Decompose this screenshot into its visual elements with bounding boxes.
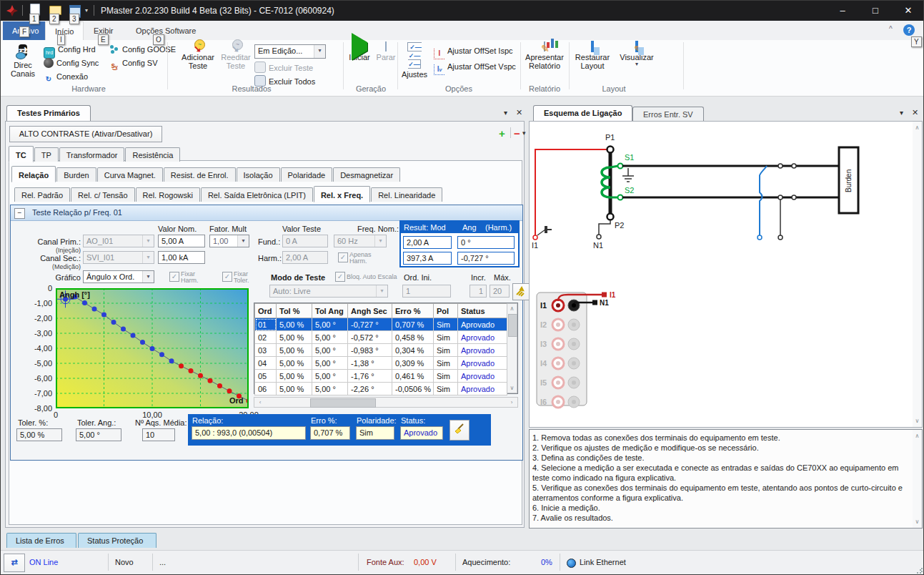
tab-tc[interactable]: TC — [9, 146, 34, 162]
chart-point[interactable] — [169, 358, 174, 363]
tab-rel-tensao[interactable]: Rel. c/ Tensão — [71, 187, 135, 202]
col-tol-ang[interactable]: Tol Ang — [312, 304, 348, 318]
minimize-button[interactable]: – — [826, 1, 859, 21]
tab-curva-magnet[interactable]: Curva Magnet. — [97, 167, 163, 182]
visualizar-button[interactable]: ✎ Visualizar ▾ — [615, 42, 659, 67]
chevron-down-icon[interactable]: ▾ — [522, 129, 526, 137]
restaurar-layout-button[interactable]: Restaurar Layout — [572, 42, 613, 70]
chart-point[interactable] — [82, 300, 87, 305]
tab-rel-rogowski[interactable]: Rel. Rogowski — [136, 187, 200, 202]
scroll-up-icon[interactable]: ∧ — [507, 304, 517, 313]
conexao-button[interactable]: Conexão — [44, 71, 88, 83]
tab-relacao[interactable]: Relação — [11, 166, 56, 182]
col-status[interactable]: Status — [458, 304, 507, 318]
chart-point[interactable] — [198, 373, 203, 378]
table-row[interactable]: 025,00 %5,00 °-0,572 °0,458 %SimAprovado — [255, 331, 507, 344]
alto-contraste-button[interactable]: ALTO CONTRASTE (Ativar/Desativar) — [9, 126, 162, 142]
tab-status-protecao[interactable]: Status Proteção — [78, 533, 157, 548]
tab-tp[interactable]: TP — [34, 147, 59, 162]
collapse-ribbon-icon[interactable]: ^ — [889, 25, 893, 33]
tab-transformador[interactable]: Transformador — [59, 147, 125, 162]
col-angh-sec[interactable]: Angh Sec — [348, 304, 392, 318]
panel-menu-icon[interactable]: ▾ — [900, 109, 903, 117]
tab-rel-x-freq[interactable]: Rel. x Freq. — [314, 186, 370, 202]
toler-field[interactable]: 5,00 % — [16, 428, 62, 441]
chart-point[interactable] — [159, 352, 164, 357]
instructions-vertical-scrollbar[interactable]: ∧ ∨ — [913, 430, 922, 528]
collapse-group-icon[interactable]: − — [14, 208, 25, 219]
test-state-select[interactable]: Em Edição... ▾ — [254, 44, 326, 59]
valor-nom-sec-field[interactable]: 1,00 kA — [158, 251, 205, 264]
ajustes-button[interactable]: ✓—✓—✓— Ajustes — [399, 42, 429, 79]
auto-fill-button[interactable] — [512, 283, 530, 300]
table-row[interactable]: 045,00 %5,00 °-1,38 °0,309 %SimAprovado — [255, 357, 507, 370]
valor-nom-prim-field[interactable]: 5,00 A — [158, 235, 205, 247]
direc-canais-button[interactable]: Direc Canais — [6, 42, 39, 78]
chart-point[interactable] — [227, 388, 232, 393]
ajustar-offset-ispc-button[interactable]: IAjustar OffSet Ispc — [434, 45, 513, 57]
ajustar-offset-vspc-button[interactable]: IvAjustar OffSet Vspc — [434, 61, 516, 73]
table-row[interactable]: 055,00 %5,00 °-1,76 °0,461 %SimAprovado — [255, 370, 507, 383]
remove-test-minus-icon[interactable]: − — [514, 127, 520, 139]
chart-point[interactable] — [140, 340, 145, 345]
col-ord[interactable]: Ord — [255, 304, 277, 318]
scroll-down-icon[interactable]: ∨ — [913, 517, 922, 526]
tab-rel-padrao[interactable]: Rel. Padrão — [14, 187, 70, 202]
canal-prim-select[interactable]: AO_I01▾ — [83, 235, 154, 247]
tab-desmagnetizar[interactable]: Desmagnetizar — [333, 167, 400, 182]
tab-resistencia[interactable]: Resistência — [125, 147, 180, 162]
config-goose-button[interactable]: Config GOOSE — [109, 44, 176, 56]
col-erro[interactable]: Erro % — [392, 304, 434, 318]
toler-ang-field[interactable]: 5,00 ° — [76, 428, 121, 441]
close-button[interactable]: ✕ — [892, 1, 924, 21]
add-test-plus-icon[interactable]: + — [499, 127, 505, 139]
panel-menu-icon[interactable]: ▾ — [504, 109, 507, 117]
chart-point[interactable] — [101, 313, 106, 318]
fixar-toler-checkbox[interactable]: ✓ — [222, 272, 232, 282]
panel-close-icon[interactable]: ✕ — [912, 108, 918, 117]
col-tol[interactable]: Tol % — [277, 304, 312, 318]
canal-sec-select[interactable]: SVI_I01▾ — [83, 251, 154, 264]
clear-results-button[interactable] — [449, 420, 470, 441]
panel-close-icon[interactable]: ✕ — [516, 108, 522, 117]
tab-burden[interactable]: Burden — [56, 167, 96, 182]
col-pol[interactable]: Pol — [434, 304, 458, 318]
tab-resist-enrol[interactable]: Resist. de Enrol. — [164, 167, 236, 182]
tab-isolacao[interactable]: Isolação — [237, 167, 280, 182]
bloq-auto-escala-checkbox[interactable]: ✓ — [335, 272, 345, 282]
panel-tab-esquema-ligacao[interactable]: Esquema de Ligação — [533, 105, 632, 121]
relation-chart[interactable] — [56, 288, 249, 408]
apenas-harm-checkbox[interactable]: ✓ — [338, 252, 348, 262]
tab-opcoes-software[interactable]: Opções Software — [126, 21, 205, 40]
iniciar-button[interactable]: Iniciar — [345, 42, 374, 62]
online-toggle-button[interactable]: ⇄ — [4, 554, 25, 572]
resize-grip[interactable] — [916, 567, 923, 574]
scroll-down-icon[interactable]: ∨ — [913, 416, 922, 426]
diagram-vertical-scrollbar[interactable]: ∧ ∨ — [913, 122, 922, 427]
scroll-down-icon[interactable]: ∨ — [507, 383, 517, 393]
qat-dropdown-icon[interactable]: ▾ — [85, 7, 88, 14]
table-row[interactable]: 065,00 %5,00 °-2,26 °-0,0506 %SimAprovad… — [255, 383, 507, 395]
chart-point[interactable] — [92, 307, 97, 312]
grafico-select[interactable]: Ângulo x Ord.▾ — [83, 270, 154, 283]
chart-point[interactable] — [179, 363, 184, 368]
chart-point[interactable] — [111, 320, 116, 325]
table-vertical-scrollbar[interactable]: ∧ ∨ — [507, 303, 517, 393]
help-button[interactable]: ? — [903, 24, 915, 36]
chart-point[interactable] — [217, 383, 222, 388]
config-sv-button[interactable]: s͜ᵥConfig SV — [109, 57, 158, 69]
tab-rel-lpit[interactable]: Rel. Saída Eletrônica (LPIT) — [201, 187, 313, 202]
chart-point[interactable] — [189, 368, 194, 373]
chart-point[interactable] — [208, 378, 213, 383]
adicionar-teste-button[interactable]: ~➘ Adicionar Teste — [179, 42, 217, 70]
scroll-left-icon[interactable]: ‹ — [256, 398, 264, 407]
apresentar-relatorio-button[interactable]: ✎ Apresentar Relatório — [522, 42, 567, 70]
scroll-right-icon[interactable]: › — [507, 398, 516, 407]
scrollbar-thumb[interactable] — [508, 314, 517, 337]
chart-point[interactable] — [121, 327, 126, 332]
table-horizontal-scrollbar[interactable]: ‹ › — [254, 397, 518, 408]
table-row[interactable]: 015,00 %5,00 °-0,727 °0,707 %SimAprovado — [255, 318, 507, 331]
scroll-up-icon[interactable]: ∧ — [913, 123, 922, 132]
panel-tab-testes-primarios[interactable]: Testes Primários — [6, 105, 91, 121]
chart-canvas[interactable] — [56, 288, 249, 408]
